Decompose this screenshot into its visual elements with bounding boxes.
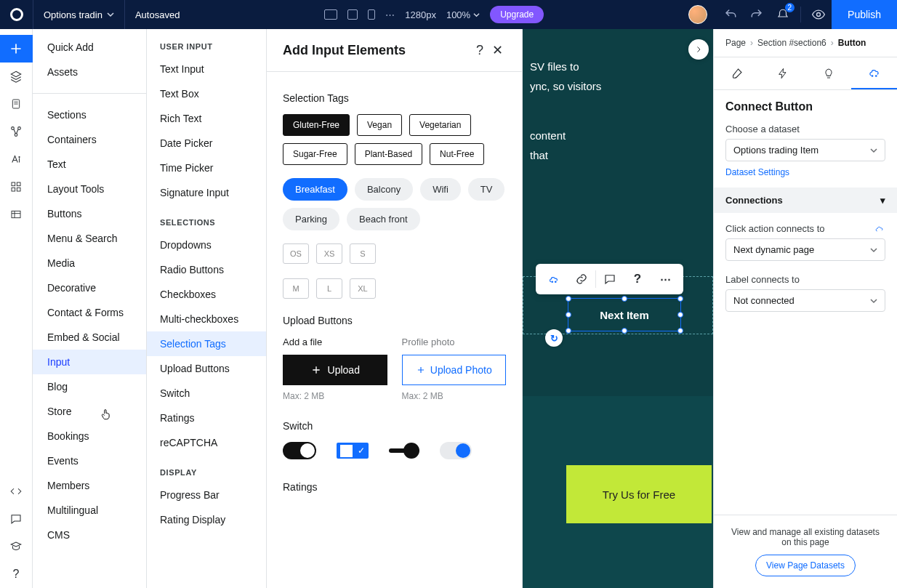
notifications-icon[interactable]: 2 (770, 0, 796, 29)
tag-vegan[interactable]: Vegan (357, 114, 402, 136)
panel1-item-decorative[interactable]: Decorative (33, 275, 146, 300)
switch-preset-1[interactable] (283, 442, 316, 459)
tag-size-m[interactable]: M (283, 278, 309, 299)
tag-tv[interactable]: TV (468, 178, 505, 201)
panel1-item-containers[interactable]: Containers (33, 127, 146, 152)
panel2-item-ratings[interactable]: Ratings (147, 406, 266, 430)
rail-apps[interactable] (0, 173, 33, 201)
tablet-icon[interactable] (347, 9, 358, 20)
resize-handle[interactable] (677, 328, 683, 334)
rail-comments[interactable] (0, 505, 33, 533)
tag-size-s[interactable]: S (350, 243, 376, 264)
panel1-item-sections[interactable]: Sections (33, 102, 146, 127)
panel1-item-input[interactable]: Input (33, 350, 146, 374)
connect-inline-icon[interactable] (874, 224, 885, 234)
selected-button[interactable]: ? ⋯ Next Item ↻ (568, 298, 681, 331)
panel2-item-time-picker[interactable]: Time Picker (147, 156, 266, 180)
upload-photo-button[interactable]: Upload Photo (402, 355, 507, 385)
panel2-item-text-box[interactable]: Text Box (147, 81, 266, 106)
switch-preset-3[interactable] (389, 443, 419, 459)
canvas-width[interactable]: 1280px (405, 9, 436, 20)
click-action-dropdown[interactable]: Next dynamic page (725, 238, 885, 261)
zoom-level[interactable]: 100% (446, 9, 480, 20)
mobile-icon[interactable] (368, 9, 375, 20)
view-datasets-button[interactable]: View Page Datasets (755, 555, 856, 576)
switch-preset-2[interactable]: ✓ (337, 443, 369, 459)
more-breakpoints-icon[interactable]: ⋯ (385, 9, 395, 20)
panel1-item-cms[interactable]: CMS (33, 523, 146, 547)
panel1-item-store[interactable]: Store (33, 399, 146, 424)
tab-ideas[interactable] (805, 57, 851, 89)
tag-beach-front[interactable]: Beach front (347, 208, 420, 230)
toolbar-help-icon[interactable]: ? (624, 264, 651, 294)
panel2-item-radio-buttons[interactable]: Radio Buttons (147, 257, 266, 282)
panel2-item-progress-bar[interactable]: Progress Bar (147, 483, 266, 507)
panel1-quick-add[interactable]: Quick Add (33, 35, 146, 60)
avatar[interactable] (688, 5, 707, 24)
panel2-item-switch[interactable]: Switch (147, 381, 266, 406)
panel1-item-media[interactable]: Media (33, 251, 146, 275)
panel2-item-upload-buttons[interactable]: Upload Buttons (147, 356, 266, 381)
rail-layers[interactable] (0, 63, 33, 90)
tag-vegetarian[interactable]: Vegetarian (409, 114, 471, 136)
panel1-item-multilingual[interactable]: Multilingual (33, 498, 146, 523)
rail-add[interactable] (0, 35, 33, 63)
canvas[interactable]: SV files to ync, so visitors content tha… (523, 29, 713, 588)
resize-handle[interactable] (566, 296, 571, 302)
tag-size-l[interactable]: L (316, 278, 342, 299)
tag-sugar-free[interactable]: Sugar-Free (283, 143, 347, 165)
toolbar-link-icon[interactable] (568, 264, 595, 294)
toolbar-connect-icon[interactable] (540, 264, 568, 294)
upload-file-button[interactable]: Upload (283, 355, 387, 385)
panel1-item-menu-search[interactable]: Menu & Search (33, 226, 146, 251)
resize-handle[interactable] (622, 296, 627, 302)
panel1-item-layout-tools[interactable]: Layout Tools (33, 177, 146, 201)
tag-breakfast[interactable]: Breakfast (283, 178, 347, 201)
preview-icon[interactable] (805, 0, 832, 29)
hero-section[interactable]: SV files to ync, so visitors content tha… (523, 29, 713, 396)
panel2-item-checkboxes[interactable]: Checkboxes (147, 282, 266, 307)
rail-pages[interactable] (0, 90, 33, 118)
tag-wifi[interactable]: Wifi (420, 178, 461, 201)
tag-size-os[interactable]: OS (283, 243, 309, 264)
tag-parking[interactable]: Parking (283, 208, 339, 230)
panel2-item-rich-text[interactable]: Rich Text (147, 106, 266, 131)
panel1-item-blog[interactable]: Blog (33, 374, 146, 399)
rail-help[interactable]: ? (0, 560, 33, 588)
toolbar-more-icon[interactable]: ⋯ (651, 264, 679, 294)
panel1-item-events[interactable]: Events (33, 448, 146, 473)
tag-balcony[interactable]: Balcony (355, 178, 413, 201)
panel2-item-multi-checkboxes[interactable]: Multi-checkboxes (147, 307, 266, 331)
panel1-item-text[interactable]: Text (33, 152, 146, 177)
panel2-item-selection-tags[interactable]: Selection Tags (147, 331, 266, 356)
panel2-item-signature-input[interactable]: Signature Input (147, 180, 266, 205)
tag-size-xs[interactable]: XS (316, 243, 342, 264)
cta-button[interactable]: Try Us for Free (566, 465, 712, 523)
connections-header[interactable]: Connections ▾ (714, 188, 897, 213)
help-icon[interactable]: ? (471, 43, 488, 58)
tag-size-xl[interactable]: XL (350, 278, 376, 299)
collapse-inspector-icon[interactable] (688, 39, 709, 60)
tab-connect[interactable] (851, 57, 897, 89)
label-connects-dropdown[interactable]: Not connected (725, 289, 885, 312)
rail-cms[interactable] (0, 201, 33, 228)
tag-plant-based[interactable]: Plant-Based (355, 143, 422, 165)
panel2-item-rating-display[interactable]: Rating Display (147, 507, 266, 532)
panel1-item-contact-forms[interactable]: Contact & Forms (33, 300, 146, 325)
rail-learn[interactable] (0, 533, 33, 560)
resize-handle[interactable] (566, 312, 571, 318)
resize-handle[interactable] (622, 328, 627, 334)
switch-preset-4[interactable] (440, 442, 472, 459)
rail-theme[interactable] (0, 145, 33, 173)
resize-handle[interactable] (677, 296, 683, 302)
tab-interactions[interactable] (760, 57, 805, 89)
panel1-item-buttons[interactable]: Buttons (33, 201, 146, 226)
panel1-item-bookings[interactable]: Bookings (33, 424, 146, 448)
page-selector[interactable]: Options tradin (33, 0, 125, 29)
resize-handle[interactable] (677, 312, 683, 318)
rail-devmode[interactable] (0, 478, 33, 505)
tag-gluten-free[interactable]: Gluten-Free (283, 114, 350, 136)
dataset-dropdown[interactable]: Options trading Item (725, 139, 885, 161)
toolbar-comment-icon[interactable] (596, 264, 624, 294)
rotate-handle[interactable]: ↻ (545, 329, 563, 347)
